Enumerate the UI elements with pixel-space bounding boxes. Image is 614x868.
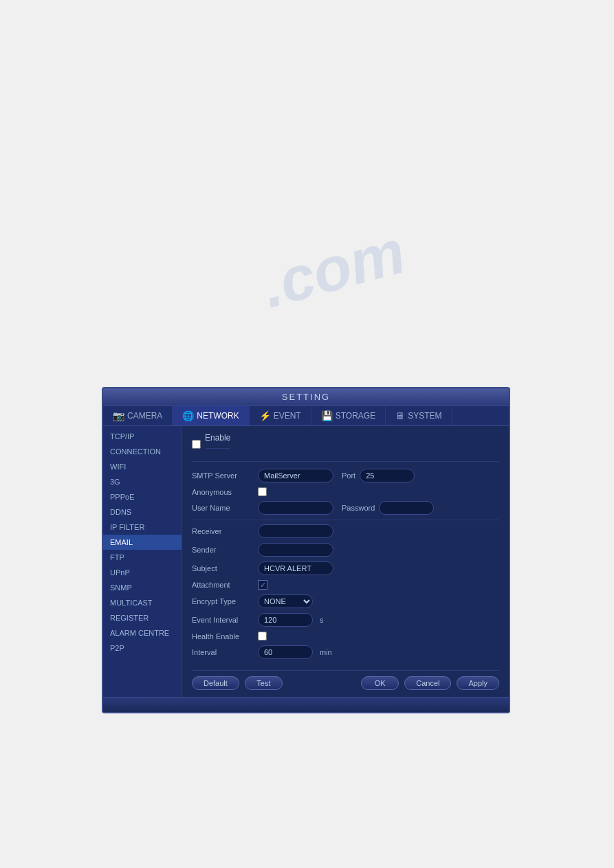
event-interval-label: Event Interval (192, 616, 254, 624)
settings-dialog: SETTING 📷 CAMERA 🌐 NETWORK ⚡ EVENT 💾 STO… (102, 387, 510, 713)
attachment-row: Attachment (192, 580, 499, 590)
interval-label: Interval (192, 648, 254, 656)
sidebar-item-alarmcentre[interactable]: ALARM CENTRE (103, 625, 182, 641)
attachment-checkbox[interactable] (258, 580, 267, 590)
port-input[interactable] (360, 469, 415, 482)
storage-icon: 💾 (321, 410, 333, 421)
tab-camera-label: CAMERA (127, 411, 162, 421)
cancel-button[interactable]: Cancel (404, 676, 451, 690)
subject-input[interactable] (258, 561, 333, 575)
button-row: Default Test OK Cancel Apply (192, 670, 499, 690)
subject-label: Subject (192, 564, 254, 572)
main-panel: Enable SMTP Server Port Anonymous User N… (182, 426, 509, 697)
sidebar-item-3g[interactable]: 3G (103, 474, 182, 489)
tab-network-label: NETWORK (197, 411, 239, 421)
username-label: User Name (192, 504, 254, 512)
ok-button[interactable]: OK (361, 676, 399, 690)
tab-network[interactable]: 🌐 NETWORK (173, 406, 249, 425)
enable-checkbox[interactable] (192, 440, 201, 449)
sender-input[interactable] (258, 543, 333, 557)
sidebar: TCP/IP CONNECTION WIFI 3G PPPoE DDNS IP … (103, 426, 182, 697)
tab-storage-label: STORAGE (336, 411, 375, 421)
smtp-server-row: SMTP Server Port (192, 469, 499, 482)
tab-event-label: EVENT (274, 411, 301, 421)
tab-system-label: SYSTEM (408, 411, 441, 421)
left-buttons: Default Test (192, 676, 283, 690)
sidebar-item-p2p[interactable]: P2P (103, 641, 182, 656)
encrypt-label: Encrypt Type (192, 597, 254, 605)
network-icon: 🌐 (182, 410, 194, 421)
password-label: Password (342, 504, 375, 512)
encrypt-select[interactable]: NONE SSL TLS (258, 594, 313, 608)
sidebar-item-multicast[interactable]: MULTICAST (103, 595, 182, 610)
interval-input[interactable] (258, 645, 313, 659)
interval-row: Interval min (192, 645, 499, 659)
tab-camera[interactable]: 📷 CAMERA (103, 406, 173, 425)
interval-suffix: min (320, 648, 332, 656)
smtp-server-label: SMTP Server (192, 471, 254, 480)
event-interval-row: Event Interval s (192, 613, 499, 627)
smtp-server-input[interactable] (258, 469, 333, 482)
receiver-input[interactable] (258, 524, 333, 538)
enable-row: Enable (192, 433, 499, 462)
anonymous-checkbox[interactable] (258, 487, 267, 496)
dialog-title: SETTING (103, 388, 509, 406)
encrypt-row: Encrypt Type NONE SSL TLS (192, 594, 499, 608)
system-icon: 🖥 (395, 410, 405, 421)
health-enable-checkbox[interactable] (258, 632, 267, 641)
event-interval-input[interactable] (258, 613, 313, 627)
content-area: TCP/IP CONNECTION WIFI 3G PPPoE DDNS IP … (103, 426, 509, 697)
camera-icon: 📷 (113, 410, 124, 421)
sidebar-item-snmp[interactable]: SNMP (103, 580, 182, 595)
tab-storage[interactable]: 💾 STORAGE (311, 406, 386, 425)
receiver-row: Receiver (192, 524, 499, 538)
anonymous-label: Anonymous (192, 488, 254, 496)
sidebar-item-ipfilter[interactable]: IP FILTER (103, 520, 182, 535)
sidebar-item-ftp[interactable]: FTP (103, 550, 182, 565)
health-enable-label: Health Enable (192, 632, 254, 641)
sidebar-item-ddns[interactable]: DDNS (103, 504, 182, 520)
sidebar-item-pppoe[interactable]: PPPoE (103, 489, 182, 504)
test-button[interactable]: Test (245, 676, 283, 690)
username-input[interactable] (258, 501, 333, 515)
sidebar-item-connection[interactable]: CONNECTION (103, 444, 182, 459)
sender-row: Sender (192, 543, 499, 557)
event-icon: ⚡ (259, 410, 271, 421)
sidebar-item-upnp[interactable]: UPnP (103, 565, 182, 580)
sidebar-item-tcpip[interactable]: TCP/IP (103, 429, 182, 444)
sidebar-item-register[interactable]: REGISTER (103, 610, 182, 625)
attachment-label: Attachment (192, 581, 254, 589)
anonymous-row: Anonymous (192, 487, 499, 496)
sidebar-item-wifi[interactable]: WIFI (103, 459, 182, 474)
footer-bar (103, 697, 509, 712)
right-buttons: OK Cancel Apply (361, 676, 499, 690)
tab-event[interactable]: ⚡ EVENT (250, 406, 311, 425)
default-button[interactable]: Default (192, 676, 239, 690)
watermark: .com (254, 216, 413, 322)
password-input[interactable] (379, 501, 434, 515)
enable-label: Enable (205, 433, 230, 449)
tab-bar: 📷 CAMERA 🌐 NETWORK ⚡ EVENT 💾 STORAGE 🖥 S… (103, 406, 509, 426)
health-enable-row: Health Enable (192, 632, 499, 641)
sidebar-item-email[interactable]: EMAIL (103, 535, 182, 550)
username-row: User Name Password (192, 501, 499, 515)
event-interval-suffix: s (320, 616, 324, 624)
tab-system[interactable]: 🖥 SYSTEM (386, 406, 452, 425)
receiver-label: Receiver (192, 527, 254, 535)
apply-button[interactable]: Apply (457, 676, 499, 690)
sender-label: Sender (192, 546, 254, 554)
subject-row: Subject (192, 561, 499, 575)
port-label: Port (342, 471, 355, 480)
divider-1 (192, 520, 499, 520)
